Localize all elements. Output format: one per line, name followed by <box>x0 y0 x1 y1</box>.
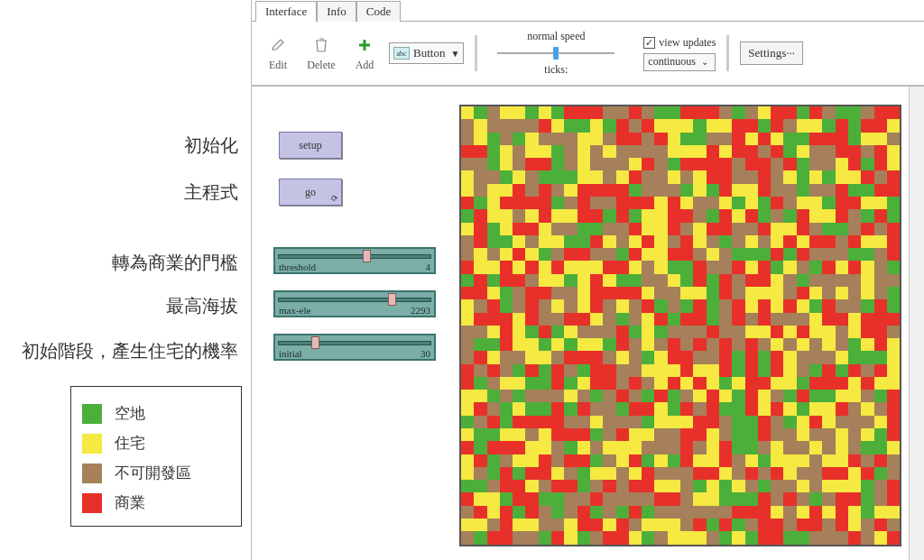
slider-thumb[interactable] <box>388 293 396 306</box>
label-init: 初始化 <box>184 133 238 158</box>
toolbar-divider <box>726 35 729 71</box>
legend-item: 住宅 <box>82 433 230 454</box>
legend-label: 不可開發區 <box>115 463 191 483</box>
update-mode-dropdown[interactable]: continuous ⌄ <box>643 53 716 71</box>
slider-name: threshold <box>279 262 316 272</box>
slider-value: 30 <box>420 349 430 359</box>
slider-initial[interactable]: initial 30 <box>273 334 436 361</box>
setup-button[interactable]: setup <box>279 132 342 159</box>
legend-label: 空地 <box>115 403 145 424</box>
legend-label: 住宅 <box>115 433 145 454</box>
legend-label: 商業 <box>115 492 145 513</box>
vertical-scrollbar[interactable] <box>909 87 924 560</box>
go-button[interactable]: go ⟳ <box>279 179 342 206</box>
legend-swatch-yellow <box>82 434 102 454</box>
speed-thumb[interactable] <box>553 47 559 60</box>
legend: 空地 住宅 不可開發區 商業 <box>70 386 242 527</box>
legend-item: 商業 <box>82 492 230 513</box>
slider-name: initial <box>279 349 302 359</box>
delete-button[interactable]: Delete <box>302 28 340 78</box>
label-main: 主程式 <box>184 180 238 205</box>
forever-icon: ⟳ <box>331 194 338 203</box>
legend-swatch-green <box>82 404 102 424</box>
plus-icon <box>357 34 372 56</box>
tab-info[interactable]: Info <box>317 1 356 22</box>
button-widget-icon: abc <box>393 47 410 60</box>
toolbar: Edit Delete Add abc Button ▼ normal spee… <box>252 22 924 87</box>
speed-label-bottom: ticks: <box>544 63 568 77</box>
slider-name: max-ele <box>279 306 310 316</box>
add-button[interactable]: Add <box>346 28 383 78</box>
legend-item: 不可開發區 <box>82 463 230 483</box>
chevron-down-icon: ▼ <box>450 49 459 59</box>
slider-thumb[interactable] <box>363 250 371 262</box>
slider-value: 2293 <box>411 306 430 316</box>
speed-label-top: normal speed <box>527 30 585 43</box>
legend-swatch-brown <box>82 464 102 483</box>
pencil-icon <box>271 34 285 56</box>
label-maxele: 最高海拔 <box>166 294 238 318</box>
label-initial: 初始階段，產生住宅的機率 <box>22 339 238 363</box>
slider-max-ele[interactable]: max-ele 2293 <box>273 290 436 317</box>
slider-threshold[interactable]: threshold 4 <box>273 247 436 274</box>
legend-swatch-red <box>82 493 102 513</box>
annotation-panel: 初始化 主程式 轉為商業的門檻 最高海拔 初始階段，產生住宅的機率 空地 住宅 … <box>0 0 251 560</box>
tab-code[interactable]: Code <box>356 1 401 22</box>
tab-strip: Interface Info Code <box>252 0 924 22</box>
world-view[interactable] <box>459 105 901 546</box>
speed-control: normal speed ticks: <box>488 30 624 77</box>
toolbar-divider <box>475 35 477 71</box>
chevron-down-icon: ⌄ <box>701 57 708 67</box>
slider-value: 4 <box>426 262 431 272</box>
checkbox-icon: ✓ <box>643 37 655 49</box>
speed-slider[interactable] <box>497 45 614 61</box>
view-updates-block: ✓ view updates continuous ⌄ <box>643 36 716 71</box>
tab-interface[interactable]: Interface <box>255 1 317 22</box>
trash-icon <box>315 34 328 56</box>
view-updates-checkbox[interactable]: ✓ view updates <box>643 36 716 50</box>
settings-button[interactable]: Settings··· <box>740 41 803 65</box>
legend-item: 空地 <box>82 403 230 424</box>
slider-thumb[interactable] <box>311 336 319 349</box>
widget-type-dropdown[interactable]: abc Button ▼ <box>389 42 464 64</box>
netlogo-window: Interface Info Code Edit Delete Add abc … <box>251 0 924 560</box>
edit-button[interactable]: Edit <box>259 28 297 78</box>
label-threshold: 轉為商業的門檻 <box>112 251 238 275</box>
workspace: setup go ⟳ threshold 4 max-ele 2293 <box>252 87 924 560</box>
